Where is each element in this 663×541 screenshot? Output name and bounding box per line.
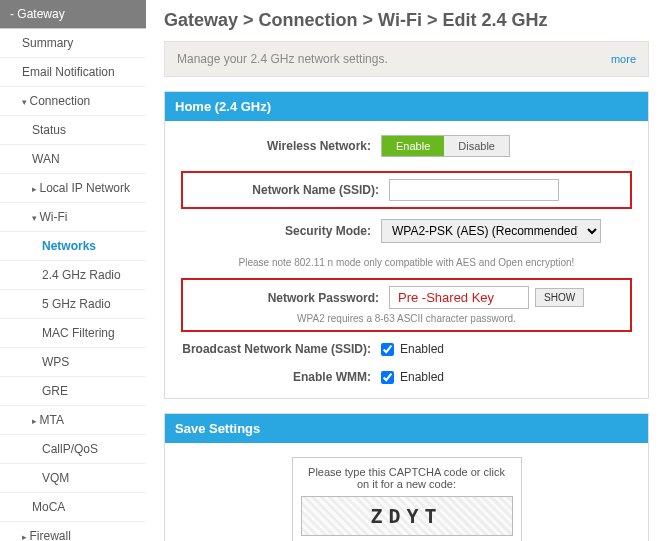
- nav-mac-filtering[interactable]: MAC Filtering: [0, 319, 146, 348]
- password-display: Pre -Shared Key: [389, 286, 529, 309]
- nav-24ghz-radio[interactable]: 2.4 GHz Radio: [0, 261, 146, 290]
- notice-bar: Manage your 2.4 GHz network settings. mo…: [164, 41, 649, 77]
- nav-summary[interactable]: Summary: [0, 29, 146, 58]
- captcha-image[interactable]: ZDYT: [301, 496, 513, 536]
- password-callout: Network Password: Pre -Shared Key SHOW W…: [181, 278, 632, 332]
- show-password-button[interactable]: SHOW: [535, 288, 584, 307]
- more-link[interactable]: more: [611, 53, 636, 65]
- row-wireless-network: Wireless Network: Enable Disable: [181, 135, 632, 157]
- wireless-toggle[interactable]: Enable Disable: [381, 135, 510, 157]
- nav-gre[interactable]: GRE: [0, 377, 146, 406]
- security-mode-label: Security Mode:: [181, 224, 381, 238]
- ssid-label: Network Name (SSID):: [189, 183, 389, 197]
- broadcast-enabled-text: Enabled: [400, 342, 444, 356]
- nav-local-ip[interactable]: Local IP Network: [0, 174, 146, 203]
- main-content: Gateway > Connection > Wi-Fi > Edit 2.4 …: [150, 0, 663, 541]
- ssid-callout: Network Name (SSID):: [181, 171, 632, 209]
- ssid-input[interactable]: [389, 179, 559, 201]
- nav-networks[interactable]: Networks: [0, 232, 146, 261]
- wmm-checkbox[interactable]: [381, 371, 394, 384]
- password-label: Network Password:: [189, 291, 389, 305]
- captcha-message: Please type this CAPTCHA code or click o…: [301, 466, 513, 490]
- enable-button[interactable]: Enable: [382, 136, 444, 156]
- panel-save-title: Save Settings: [165, 414, 648, 443]
- broadcast-checkbox[interactable]: [381, 343, 394, 356]
- captcha-box: Please type this CAPTCHA code or click o…: [292, 457, 522, 541]
- nav-wps[interactable]: WPS: [0, 348, 146, 377]
- nav-section-gateway[interactable]: - Gateway: [0, 0, 146, 29]
- disable-button[interactable]: Disable: [444, 136, 509, 156]
- nav-wifi[interactable]: Wi-Fi: [0, 203, 146, 232]
- password-hint: WPA2 requires a 8-63 ASCII character pas…: [189, 313, 624, 324]
- panel-save-settings: Save Settings Please type this CAPTCHA c…: [164, 413, 649, 541]
- nav-mta[interactable]: MTA: [0, 406, 146, 435]
- row-security-mode: Security Mode: WPA2-PSK (AES) (Recommend…: [181, 219, 632, 243]
- nav-callp-qos[interactable]: CallP/QoS: [0, 435, 146, 464]
- nav-email-notification[interactable]: Email Notification: [0, 58, 146, 87]
- breadcrumb: Gateway > Connection > Wi-Fi > Edit 2.4 …: [164, 10, 649, 31]
- panel-home: Home (2.4 GHz) Wireless Network: Enable …: [164, 91, 649, 399]
- nav-connection[interactable]: Connection: [0, 87, 146, 116]
- nav-5ghz-radio[interactable]: 5 GHz Radio: [0, 290, 146, 319]
- sidebar: - Gateway Summary Email Notification Con…: [0, 0, 150, 541]
- security-mode-select[interactable]: WPA2-PSK (AES) (Recommended): [381, 219, 601, 243]
- security-hint: Please note 802.11 n mode only compatibl…: [181, 257, 632, 268]
- row-wmm: Enable WMM: Enabled: [181, 370, 632, 384]
- wmm-label: Enable WMM:: [181, 370, 381, 384]
- nav-firewall[interactable]: Firewall: [0, 522, 146, 541]
- row-broadcast-ssid: Broadcast Network Name (SSID): Enabled: [181, 342, 632, 356]
- broadcast-label: Broadcast Network Name (SSID):: [181, 342, 381, 356]
- wireless-network-label: Wireless Network:: [181, 139, 381, 153]
- nav-moca[interactable]: MoCA: [0, 493, 146, 522]
- notice-message: Manage your 2.4 GHz network settings.: [177, 52, 388, 66]
- panel-home-title: Home (2.4 GHz): [165, 92, 648, 121]
- nav-wan[interactable]: WAN: [0, 145, 146, 174]
- nav-status[interactable]: Status: [0, 116, 146, 145]
- nav-vqm[interactable]: VQM: [0, 464, 146, 493]
- wmm-enabled-text: Enabled: [400, 370, 444, 384]
